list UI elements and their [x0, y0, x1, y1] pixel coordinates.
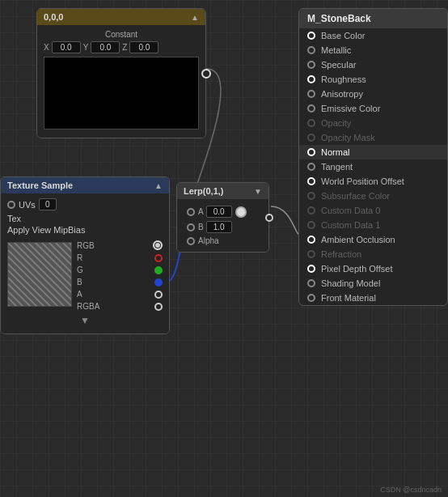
texture-node-body: UVs Tex Apply View MipBias RGB	[1, 193, 169, 333]
material-pin-custom1: Custom Data 1	[299, 218, 447, 232]
constant-node: 0,0,0 ▲ Constant X Y Z	[36, 8, 206, 138]
emissive-label: Emissive Color	[321, 104, 380, 113]
x-input[interactable]	[52, 41, 81, 53]
refraction-pin-dot	[307, 250, 315, 258]
constant-output-connector[interactable]	[201, 69, 211, 79]
front-pin-dot	[307, 294, 315, 302]
base-color-label: Base Color	[321, 31, 365, 40]
g-output[interactable]	[154, 266, 163, 274]
roughness-pin-dot	[307, 75, 315, 83]
normal-label: Normal	[321, 147, 349, 157]
specular-pin-dot	[307, 61, 315, 69]
pixel-depth-pin-dot	[307, 265, 315, 273]
material-panel: M_StoneBack Base Color Metallic Specular…	[298, 8, 448, 306]
lerp-node: Lerp(0,1,) ▼ A B Alpha	[176, 182, 269, 253]
x-label: X	[44, 43, 49, 52]
lerp-output-connector[interactable]	[265, 214, 273, 222]
material-pin-shading[interactable]: Shading Model	[299, 276, 447, 291]
shading-pin-dot	[307, 279, 315, 287]
opacity-label: Opacity	[321, 118, 351, 128]
z-input[interactable]	[129, 41, 158, 53]
custom0-pin-dot	[307, 206, 315, 215]
front-label: Front Material	[321, 293, 376, 303]
lerp-alpha-connector[interactable]	[187, 237, 195, 245]
b-output[interactable]	[154, 278, 163, 287]
rgba-pin-row: RGBA	[77, 300, 163, 312]
anisotropy-label: Anisotropy	[321, 89, 363, 99]
texture-pins-preview: RGB R G B	[7, 239, 163, 312]
texture-node-title: Texture Sample	[7, 181, 73, 190]
g-label: G	[77, 265, 83, 274]
opacity-mask-pin-dot	[307, 134, 315, 142]
lerp-a-row: A	[184, 204, 262, 219]
mip-label: Apply View MipBias	[7, 225, 85, 235]
material-pin-front[interactable]: Front Material	[299, 291, 447, 305]
opacity-mask-label: Opacity Mask	[321, 133, 375, 142]
subsurface-pin-dot	[307, 192, 315, 200]
material-pin-list: Base Color Metallic Specular Roughness A…	[299, 28, 447, 305]
lerp-b-label: B	[198, 223, 204, 232]
material-pin-pixel-depth[interactable]: Pixel Depth Offset	[299, 261, 447, 276]
lerp-a-label: A	[198, 207, 204, 216]
lerp-b-row: B	[184, 219, 262, 235]
lerp-node-title: Lerp(0,1,)	[184, 186, 224, 196]
material-pin-metallic[interactable]: Metallic	[299, 43, 447, 57]
material-pin-anisotropy[interactable]: Anisotropy	[299, 87, 447, 101]
emissive-pin-dot	[307, 104, 315, 113]
tex-label: Tex	[7, 214, 21, 223]
watermark: CSDN @csdncadn	[380, 486, 442, 494]
texture-collapse-icon[interactable]: ▲	[154, 181, 163, 190]
lerp-a-toggle[interactable]	[235, 206, 247, 218]
a-label: A	[77, 290, 82, 299]
material-pin-ao[interactable]: Ambient Occlusion	[299, 232, 447, 247]
custom1-pin-dot	[307, 221, 315, 229]
r-pin-row: R	[77, 252, 163, 264]
pixel-depth-label: Pixel Depth Offset	[321, 264, 392, 274]
world-pos-pin-dot	[307, 177, 315, 185]
rgb-label: RGB	[77, 241, 95, 250]
material-pin-specular[interactable]: Specular	[299, 57, 447, 72]
constant-collapse-icon[interactable]: ▲	[191, 13, 199, 22]
rgb-pin-row: RGB	[77, 239, 163, 252]
material-pin-emissive[interactable]: Emissive Color	[299, 101, 447, 116]
texture-sample-node: Texture Sample ▲ UVs Tex Apply View MipB…	[0, 176, 170, 334]
texture-expand-icon[interactable]: ▼	[7, 312, 163, 329]
lerp-a-connector[interactable]	[187, 208, 195, 216]
constant-node-body: Constant X Y Z	[37, 25, 205, 138]
lerp-b-input[interactable]	[206, 221, 232, 233]
subsurface-label: Subsurface Color	[321, 191, 390, 201]
lerp-dropdown-icon[interactable]: ▼	[254, 187, 262, 196]
y-input[interactable]	[91, 41, 120, 53]
rgb-output[interactable]	[153, 240, 163, 250]
material-pin-base-color[interactable]: Base Color	[299, 28, 447, 43]
y-label: Y	[83, 43, 89, 52]
material-pin-world-position[interactable]: World Position Offset	[299, 174, 447, 189]
r-label: R	[77, 253, 82, 262]
material-pin-roughness[interactable]: Roughness	[299, 72, 447, 87]
rgba-output[interactable]	[154, 303, 163, 311]
material-pin-normal[interactable]: Normal	[299, 145, 447, 159]
uvs-label: UVs	[19, 200, 36, 210]
uvs-input[interactable]	[39, 198, 57, 210]
constant-node-title: 0,0,0	[44, 12, 63, 22]
a-pin-row: A	[77, 288, 163, 300]
refraction-label: Refraction	[321, 249, 361, 259]
texture-pin-list: RGB R G B	[77, 239, 163, 312]
tangent-label: Tangent	[321, 162, 353, 172]
constant-node-header: 0,0,0 ▲	[37, 9, 205, 25]
r-output[interactable]	[154, 254, 163, 262]
a-output[interactable]	[154, 291, 163, 299]
mip-row: Apply View MipBias	[7, 224, 163, 236]
ao-pin-dot	[307, 236, 315, 244]
metallic-pin-dot	[307, 46, 315, 54]
material-panel-title: M_StoneBack	[307, 13, 371, 24]
material-pin-custom0: Custom Data 0	[299, 203, 447, 218]
material-pin-subsurface: Subsurface Color	[299, 189, 447, 203]
material-pin-tangent[interactable]: Tangent	[299, 159, 447, 174]
lerp-b-connector[interactable]	[187, 223, 195, 232]
uvs-connector[interactable]	[7, 201, 15, 209]
z-label: Z	[122, 43, 127, 52]
shading-label: Shading Model	[321, 278, 380, 288]
rgba-label: RGBA	[77, 302, 99, 311]
lerp-a-input[interactable]	[206, 206, 232, 218]
